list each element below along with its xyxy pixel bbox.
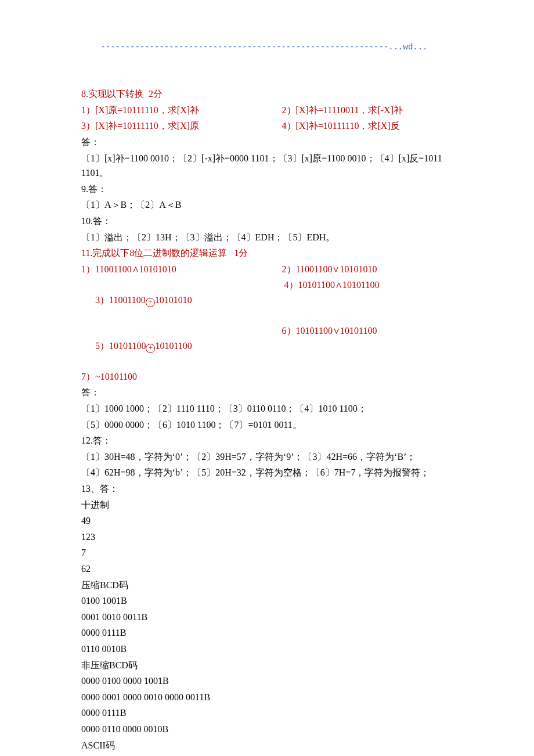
list-item: 49 bbox=[81, 513, 453, 528]
q8-ans: 〔1〕[x]补=1100 0010；〔2〕[-x]补=0000 1101；〔3〕… bbox=[81, 151, 453, 181]
q11-5b: 10101100 bbox=[155, 341, 192, 351]
list-item: 压缩BCD码 bbox=[81, 578, 453, 593]
list-item: 0000 0100 0000 1001B bbox=[81, 674, 453, 689]
q8-3: 3）[X]补=10111110，求[X]原 bbox=[81, 118, 282, 134]
list-item: 7 bbox=[81, 545, 453, 560]
list-item: 3439H bbox=[81, 754, 453, 756]
q8-ans-label: 答： bbox=[81, 135, 453, 150]
q11-ans1: 〔1〕1000 1000；〔2〕1110 1110；〔3〕0110 0110；〔… bbox=[81, 401, 453, 416]
q8-1: 1）[X]原=10111110，求[X]补 bbox=[81, 103, 282, 118]
q10-label: 10.答： bbox=[81, 214, 453, 229]
list-item: 0110 0010B bbox=[81, 642, 453, 657]
document-page: ----------------------------------------… bbox=[0, 0, 534, 756]
q8-4: 4）[X]补=10111110，求[X]反 bbox=[282, 118, 453, 134]
q11-7: 7）~10101100 bbox=[81, 369, 453, 384]
list-item: 0000 0001 0000 0010 0000 0011B bbox=[81, 690, 453, 705]
q12-a1: 〔1〕30H=48，字符为‘0’；〔2〕39H=57，字符为‘9’；〔3〕42H… bbox=[81, 449, 453, 465]
q8-2: 2）[X]补=11110011，求[-X]补 bbox=[282, 103, 453, 118]
list-item: ASCII码 bbox=[81, 738, 453, 753]
xor-icon: + bbox=[146, 344, 155, 353]
q13-label: 13、答： bbox=[81, 481, 453, 496]
list-item: 0000 0111B bbox=[81, 705, 453, 721]
q11-3: 3）11001100+10101010 bbox=[81, 278, 282, 322]
q8-title: 8.实现以下转换 2分 bbox=[81, 87, 453, 102]
list-item: 123 bbox=[81, 530, 453, 545]
q11-3a: 3）11001100 bbox=[95, 295, 146, 305]
q11-3b: 10101010 bbox=[155, 295, 192, 305]
header-wd: ...wd... bbox=[388, 42, 427, 52]
q11-1: 1）11001100∧10101010 bbox=[81, 262, 282, 277]
q11-ans-label: 答： bbox=[81, 385, 453, 400]
list-item: 62 bbox=[81, 561, 453, 577]
q11-ans2: 〔5〕0000 0000；〔6〕1010 1100；〔7〕=0101 0011。 bbox=[81, 417, 453, 433]
q11-5: 5）10101100+10101100 bbox=[81, 323, 282, 368]
list-item: 非压缩BCD码 bbox=[81, 658, 453, 673]
xor-icon: + bbox=[146, 298, 155, 307]
q11-row3: 5）10101100+10101100 6）10101100∨10101100 bbox=[81, 323, 453, 369]
q10-ans: 〔1〕溢出；〔2〕13H；〔3〕溢出；〔4〕EDH；〔5〕EDH。 bbox=[81, 230, 453, 245]
q8-row1: 1）[X]原=10111110，求[X]补 2）[X]补=11110011，求[… bbox=[81, 103, 453, 119]
q11-title: 11.完成以下8位二进制数的逻辑运算 1分 bbox=[81, 246, 453, 261]
q8-row2: 3）[X]补=10111110，求[X]原 4）[X]补=10111110，求[… bbox=[81, 118, 453, 135]
list-item: 0000 0111B bbox=[81, 625, 453, 640]
list-item: 十进制 bbox=[81, 498, 453, 513]
q11-2: 2）11001100∨10101010 bbox=[282, 262, 453, 277]
q11-6: 6）10101100∨10101100 bbox=[282, 323, 453, 368]
q11-5a: 5）10101100 bbox=[95, 341, 146, 351]
list-item: 0100 1001B bbox=[81, 593, 453, 609]
q11-4: 4）10101100∧10101100 bbox=[282, 278, 453, 322]
q12-a2: 〔4〕62H=98，字符为‘b’；〔5〕20H=32，字符为空格；〔6〕7H=7… bbox=[81, 465, 453, 480]
q11-row1: 1）11001100∧10101010 2）11001100∨10101010 bbox=[81, 262, 453, 278]
list-item: 0001 0010 0011B bbox=[81, 610, 453, 625]
page-header: ----------------------------------------… bbox=[81, 28, 453, 67]
q12-label: 12.答： bbox=[81, 433, 453, 448]
q11-row2: 3）11001100+10101010 4）10101100∧10101100 bbox=[81, 278, 453, 323]
q9-ans: 〔1〕A＞B；〔2〕A＜B bbox=[81, 197, 453, 213]
list-item: 0000 0110 0000 0010B bbox=[81, 722, 453, 737]
header-dashes: ----------------------------------------… bbox=[101, 42, 389, 52]
q9-label: 9.答： bbox=[81, 182, 453, 197]
